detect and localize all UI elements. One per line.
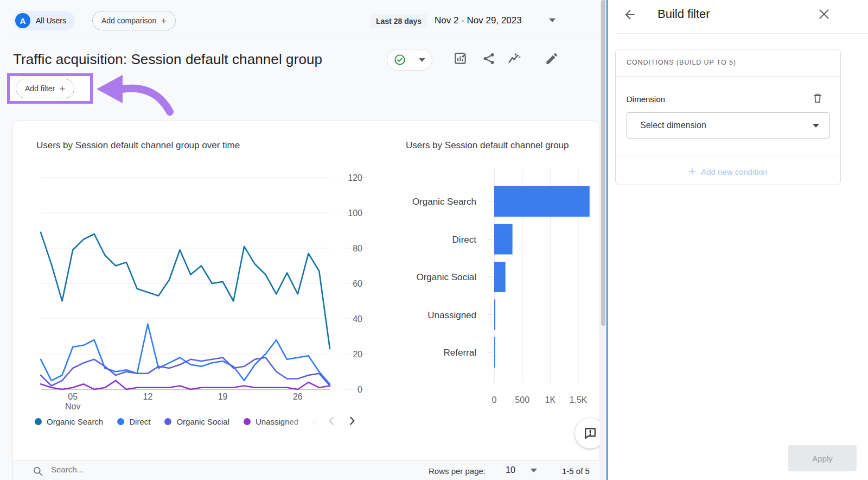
badge-caret-icon [419, 58, 425, 62]
select-dimension-dropdown[interactable]: Select dimension [627, 112, 829, 138]
date-range-caret-icon[interactable] [549, 18, 556, 22]
data-quality-badge[interactable] [387, 49, 432, 71]
green-check-icon [394, 54, 406, 66]
panel-divider [616, 33, 868, 34]
legend-dot-icon [244, 418, 251, 425]
date-range-text[interactable]: Nov 2 - Nov 29, 2023 [435, 15, 522, 26]
svg-text:26: 26 [293, 392, 303, 401]
search-icon [33, 466, 43, 477]
select-dimension-placeholder: Select dimension [640, 121, 706, 130]
plus-icon: + [59, 84, 65, 94]
add-filter-label: Add filter [25, 84, 55, 93]
insights-icon[interactable] [508, 52, 522, 66]
dimension-label: Dimension [627, 94, 665, 104]
line-chart: 02040608010012005Nov121926 [22, 163, 380, 412]
pagination-range: 1-5 of 5 [562, 466, 590, 476]
svg-text:05: 05 [68, 392, 78, 401]
legend-item: Organic Social [164, 417, 229, 426]
svg-text:500: 500 [515, 395, 529, 405]
account-avatar: A [15, 13, 30, 28]
svg-text:12: 12 [143, 392, 153, 401]
svg-text:100: 100 [348, 209, 362, 218]
page-title: Traffic acquisition: Session default cha… [13, 51, 322, 68]
svg-text:60: 60 [353, 279, 362, 288]
plus-icon: + [688, 166, 695, 178]
legend-dot-icon [35, 418, 42, 425]
share-icon[interactable] [482, 52, 496, 66]
add-filter-button[interactable]: Add filter + [16, 79, 74, 98]
feedback-icon [583, 426, 598, 441]
rows-per-page-label: Rows per page: [429, 466, 486, 476]
legend-label: Organic Search [47, 417, 103, 426]
svg-text:0: 0 [358, 385, 362, 394]
svg-text:Organic Search: Organic Search [412, 197, 476, 207]
svg-text:Referral: Referral [444, 348, 476, 358]
bar-chart-title: Users by Session default channel group [406, 140, 569, 151]
legend-label: Direct [129, 417, 150, 426]
rows-per-page-value[interactable]: 10 [506, 465, 515, 475]
add-comparison-button[interactable]: Add comparison + [92, 11, 176, 30]
delete-condition-icon[interactable] [812, 92, 824, 104]
line-chart-title: Users by Session default channel group o… [36, 140, 240, 151]
edit-icon[interactable] [545, 52, 559, 66]
plus-icon: + [161, 16, 167, 26]
bar-chart: 05001K1.5K2KOrganic SearchDirectOrganic … [393, 163, 600, 407]
back-arrow-icon[interactable] [623, 8, 637, 22]
add-new-condition-button[interactable]: + Add new condition [615, 161, 841, 182]
svg-text:1K: 1K [545, 395, 556, 405]
svg-text:40: 40 [353, 314, 362, 324]
svg-text:20: 20 [353, 350, 362, 359]
svg-text:1.5K: 1.5K [570, 395, 588, 405]
svg-text:Unassigned: Unassigned [427, 310, 476, 320]
legend-dot-icon [117, 418, 124, 425]
select-caret-icon [813, 124, 819, 128]
conditions-divider [616, 76, 840, 77]
content-scrollbar-thumb[interactable] [601, 0, 605, 326]
panel-title: Build filter [658, 7, 710, 21]
legend-next-icon[interactable] [345, 414, 359, 428]
customize-report-icon[interactable] [454, 52, 468, 66]
legend-item: Organic Search [35, 417, 103, 426]
svg-text:Nov: Nov [65, 402, 80, 411]
date-range-badge: Last 28 days [371, 14, 427, 28]
legend-dot-icon [164, 418, 171, 425]
conditions-header: CONDITIONS (BUILD UP TO 5) [627, 59, 736, 66]
add-comparison-label: Add comparison [101, 16, 156, 25]
footer-divider [12, 460, 600, 461]
all-users-label: All Users [36, 16, 66, 25]
topbar-divider [12, 34, 600, 34]
all-users-chip[interactable]: A All Users [13, 11, 75, 30]
table-search-input[interactable] [51, 465, 214, 474]
legend-prev-icon [324, 414, 339, 428]
svg-text:120: 120 [348, 173, 362, 182]
legend-item: Direct [117, 417, 150, 426]
add-new-condition-label: Add new condition [701, 167, 768, 176]
apply-button[interactable]: Apply [788, 445, 857, 471]
svg-text:80: 80 [353, 244, 362, 253]
annotation-arrow [92, 70, 182, 121]
legend-fade-overlay [282, 413, 330, 429]
ga4-traffic-acquisition-page: A All Users Add comparison + Last 28 day… [0, 0, 868, 480]
svg-text:Direct: Direct [452, 235, 477, 245]
conditions-divider-2 [616, 156, 840, 156]
svg-text:19: 19 [218, 392, 228, 401]
close-icon[interactable] [817, 7, 831, 21]
rows-per-page-caret-icon[interactable] [531, 469, 537, 472]
svg-text:Organic Social: Organic Social [416, 272, 476, 282]
legend-label: Organic Social [176, 417, 229, 426]
svg-text:0: 0 [492, 395, 497, 405]
